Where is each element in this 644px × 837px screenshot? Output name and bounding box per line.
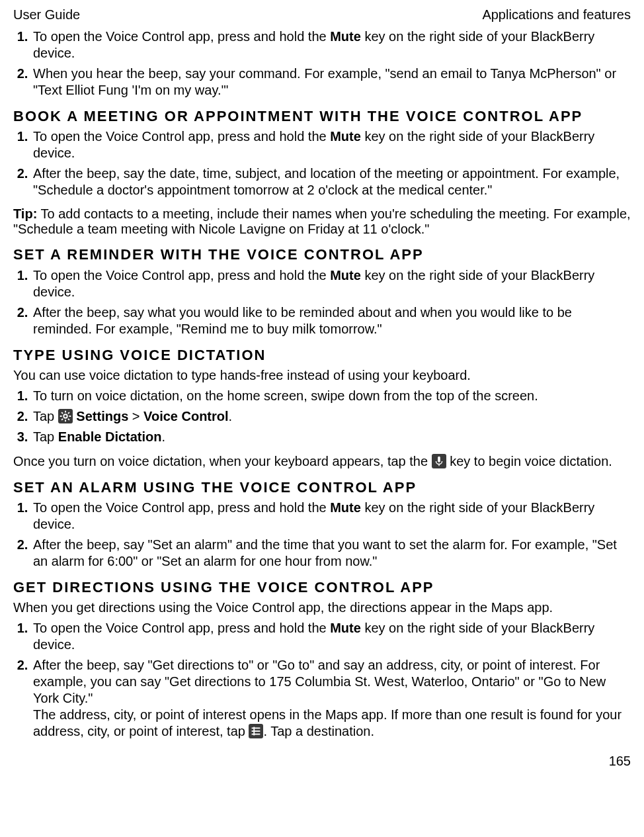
list-item: After the beep, say "Set an alarm" and t… xyxy=(32,537,631,570)
dictation-list: To turn on voice dictation, on the home … xyxy=(13,388,631,445)
list-item: After the beep, say "Get directions to" … xyxy=(32,657,631,740)
svg-rect-1 xyxy=(438,456,440,462)
list-item: To open the Voice Control app, press and… xyxy=(32,267,631,300)
header-left: User Guide xyxy=(13,7,80,23)
svg-point-0 xyxy=(63,414,67,418)
section-heading-dictation: Type using voice dictation xyxy=(13,347,631,363)
section-heading-alarm: Set an alarm using the Voice Control app xyxy=(13,479,631,496)
settings-gear-icon xyxy=(58,409,73,423)
list-item: To open the Voice Control app, press and… xyxy=(32,500,631,533)
alarm-list: To open the Voice Control app, press and… xyxy=(13,500,631,570)
reminder-list: To open the Voice Control app, press and… xyxy=(13,267,631,337)
list-item: To open the Voice Control app, press and… xyxy=(32,28,631,62)
dictation-outro: Once you turn on voice dictation, when y… xyxy=(13,453,631,470)
list-results-icon xyxy=(249,724,263,738)
list-item: To open the Voice Control app, press and… xyxy=(32,620,631,653)
section-heading-directions: Get directions using the Voice Control a… xyxy=(13,579,631,595)
list-item: After the beep, say what you would like … xyxy=(32,304,631,337)
list-item: To turn on voice dictation, on the home … xyxy=(32,388,631,404)
intro-list: To open the Voice Control app, press and… xyxy=(13,28,631,99)
microphone-icon xyxy=(432,454,446,468)
section-heading-reminder: Set a reminder with the Voice Control ap… xyxy=(13,246,631,263)
book-tip: Tip: To add contacts to a meeting, inclu… xyxy=(13,206,631,237)
directions-list: To open the Voice Control app, press and… xyxy=(13,620,631,740)
list-item: When you hear the beep, say your command… xyxy=(32,66,631,99)
list-item: After the beep, say the date, time, subj… xyxy=(32,165,631,198)
section-heading-book: Book a meeting or appointment with the V… xyxy=(13,108,631,124)
dictation-intro: You can use voice dictation to type hand… xyxy=(13,367,631,384)
page-number: 165 xyxy=(13,753,631,770)
list-item: Tap Enable Dictation. xyxy=(32,429,631,445)
header-right: Applications and features xyxy=(482,7,631,23)
book-list: To open the Voice Control app, press and… xyxy=(13,128,631,198)
list-item: To open the Voice Control app, press and… xyxy=(32,128,631,161)
directions-intro: When you get directions using the Voice … xyxy=(13,599,631,616)
list-item: Tap Settings > Voice Control. xyxy=(32,408,631,425)
page-header: User Guide Applications and features xyxy=(13,7,631,23)
